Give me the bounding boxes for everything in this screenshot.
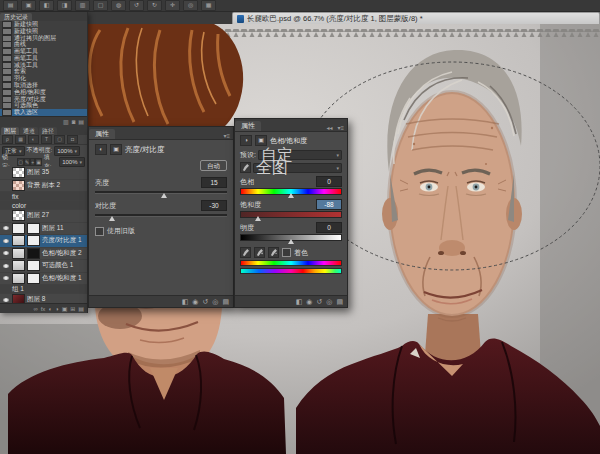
brightness-slider-thumb[interactable] <box>161 193 167 198</box>
layer-mask-thumbnail[interactable] <box>27 235 40 246</box>
view-previous-state-icon[interactable]: ◉ <box>306 298 312 306</box>
selection-add-icon[interactable]: ◧ <box>39 0 54 11</box>
link-layers-icon[interactable]: ∞ <box>33 306 37 312</box>
saturation-slider-thumb[interactable] <box>255 216 261 221</box>
clip-to-layer-icon[interactable]: ◧ <box>296 298 303 306</box>
layer-visibility-toggle[interactable] <box>2 276 10 280</box>
new-group-icon[interactable]: ▣ <box>62 305 68 312</box>
layer-thumbnail[interactable] <box>12 260 25 271</box>
layers-panel-tab[interactable]: 通道 <box>20 127 38 135</box>
saturation-value[interactable]: -88 <box>316 199 342 210</box>
lock-all-icon[interactable]: ▣ <box>35 158 42 166</box>
panel-menu-icon[interactable]: ▾≡ <box>337 124 347 131</box>
layer-mask-thumbnail[interactable] <box>27 260 40 271</box>
layer-visibility-toggle[interactable] <box>2 226 10 230</box>
layer-row[interactable]: 背景 副本 2 <box>0 180 87 193</box>
layer-style-icon[interactable]: fx <box>41 306 46 312</box>
layer-row[interactable]: 色相/饱和度 2 <box>0 248 87 261</box>
new-snapshot-icon[interactable]: ◙ <box>72 119 76 125</box>
layer-row[interactable]: 图层 8 <box>0 294 87 303</box>
channel-select[interactable]: 全图▾ <box>253 163 342 173</box>
rotate-ccw-icon[interactable]: ↺ <box>129 0 144 11</box>
layer-row[interactable]: 亮度/对比度 1 <box>0 235 87 248</box>
hue-slider-thumb[interactable] <box>288 193 294 198</box>
layers-panel-tab[interactable]: 路径 <box>39 127 57 135</box>
colorize-checkbox[interactable] <box>282 248 291 257</box>
layer-thumbnail[interactable] <box>12 223 25 234</box>
brightness-slider[interactable] <box>95 189 227 197</box>
layer-mask-thumbnail[interactable] <box>27 223 40 234</box>
document-tab[interactable]: 长腿欧巴.psd @ 66.7% (亮度/对比度 1, 图层蒙版/8) * <box>232 12 600 24</box>
layer-mask-icon[interactable]: ◐ <box>48 306 52 312</box>
rotate-cw-icon[interactable]: ↻ <box>147 0 162 11</box>
hue-slider[interactable] <box>240 188 342 196</box>
visibility-icon[interactable]: ◎ <box>326 298 332 306</box>
layer-thumbnail[interactable] <box>12 248 25 259</box>
eyedropper-add-icon[interactable] <box>254 247 265 258</box>
lightness-value[interactable]: 0 <box>316 222 342 233</box>
delete-layer-icon[interactable]: ▤ <box>78 305 84 312</box>
layer-row[interactable]: 图层 11 <box>0 223 87 236</box>
layer-row[interactable]: 色相/饱和度 1 <box>0 273 87 286</box>
layer-row[interactable]: 图层 35 <box>0 167 87 180</box>
layer-mask-thumbnail[interactable] <box>27 273 40 284</box>
layers-panel-tab[interactable]: 图层 <box>1 127 19 135</box>
clip-to-layer-icon[interactable]: ◧ <box>182 298 189 306</box>
tool-preset-icon[interactable]: ▤ <box>3 0 18 11</box>
lightness-slider-thumb[interactable] <box>288 239 294 244</box>
layer-mask-thumbnail[interactable] <box>27 248 40 259</box>
delete-adjustment-icon[interactable]: ▤ <box>222 298 229 306</box>
selection-subtract-icon[interactable]: ◨ <box>57 0 72 11</box>
delete-state-icon[interactable]: ▤ <box>78 118 84 125</box>
contrast-value[interactable]: -30 <box>201 200 227 211</box>
visibility-icon[interactable]: ◎ <box>212 298 218 306</box>
targeted-adjustment-icon[interactable] <box>240 162 251 173</box>
layer-visibility-toggle[interactable] <box>2 298 10 302</box>
filter-kind-icon[interactable]: ρ <box>2 135 13 144</box>
saturation-slider[interactable] <box>240 211 342 219</box>
new-layer-icon[interactable]: ⊞ <box>70 305 75 312</box>
layer-thumbnail[interactable] <box>12 294 25 303</box>
target-icon[interactable]: ◎ <box>183 0 198 11</box>
filter-smart-icon[interactable]: ◘ <box>67 135 78 144</box>
tab-properties[interactable]: 属性 <box>89 129 115 139</box>
hue-value[interactable]: 0 <box>316 176 342 187</box>
layer-thumbnail[interactable] <box>12 210 25 221</box>
layer-visibility-toggle[interactable] <box>2 251 10 255</box>
panel-menu-icon[interactable]: ▾≡ <box>223 132 233 139</box>
panel-collapse-icon[interactable]: ◂◂ <box>326 124 335 131</box>
reset-icon[interactable]: ↺ <box>202 298 208 306</box>
reset-icon[interactable]: ↺ <box>316 298 322 306</box>
history-item[interactable]: 载入选区 <box>0 109 87 116</box>
layer-thumbnail[interactable] <box>12 273 25 284</box>
move-icon[interactable]: ✛ <box>165 0 180 11</box>
opacity-input[interactable]: 100%▾ <box>54 146 80 156</box>
filter-shape-icon[interactable]: ▢ <box>54 135 65 144</box>
view-previous-state-icon[interactable]: ◉ <box>192 298 198 306</box>
lightness-slider[interactable] <box>240 234 342 242</box>
new-document-from-state-icon[interactable]: ▥ <box>63 118 69 125</box>
feather-icon[interactable]: ▢ <box>93 0 108 11</box>
lock-transparency-icon[interactable]: ▢ <box>17 158 24 166</box>
layer-thumbnail[interactable] <box>12 180 25 191</box>
filter-image-icon[interactable]: ▦ <box>15 135 26 144</box>
layer-row[interactable]: 可选颜色 1 <box>0 260 87 273</box>
use-legacy-checkbox[interactable] <box>95 227 104 236</box>
layer-row[interactable]: 组 1 <box>0 285 87 294</box>
layer-row[interactable]: color <box>0 201 87 210</box>
contrast-slider-thumb[interactable] <box>109 216 115 221</box>
layer-row[interactable]: fix <box>0 192 87 201</box>
eyedropper-subtract-icon[interactable] <box>268 247 279 258</box>
tab-properties[interactable]: 属性 <box>235 121 261 131</box>
screen-mode-icon[interactable]: ▦ <box>201 0 216 11</box>
delete-adjustment-icon[interactable]: ▤ <box>336 298 343 306</box>
contrast-slider[interactable] <box>95 212 227 220</box>
fill-input[interactable]: 100%▾ <box>59 157 85 167</box>
selection-new-icon[interactable]: ▣ <box>21 0 36 11</box>
layer-visibility-toggle[interactable] <box>2 239 10 243</box>
eyedropper-icon[interactable] <box>240 247 251 258</box>
filter-adjustment-icon[interactable]: ◐ <box>28 135 39 144</box>
layer-row[interactable]: 图层 27 <box>0 210 87 223</box>
layer-thumbnail[interactable] <box>12 167 25 178</box>
selection-intersect-icon[interactable]: ▥ <box>75 0 90 11</box>
